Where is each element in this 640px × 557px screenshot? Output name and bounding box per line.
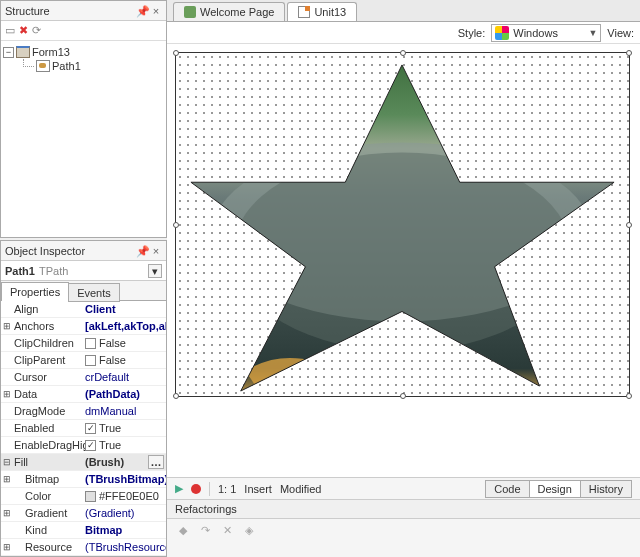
- collapse-icon[interactable]: −: [3, 47, 14, 58]
- inspector-title: Object Inspector: [5, 245, 85, 257]
- view-label: View:: [607, 27, 634, 39]
- style-bar: Style: Windows ▼ View:: [167, 22, 640, 44]
- checkbox-icon[interactable]: [85, 355, 96, 366]
- tool-icon[interactable]: ▭: [5, 24, 15, 37]
- prop-row-enabled[interactable]: Enabled✓True: [1, 420, 166, 437]
- status-area: ▶ 1: 1 Insert Modified Code Design Histo…: [167, 477, 640, 557]
- resize-handle[interactable]: [400, 50, 406, 56]
- form-icon: [16, 46, 30, 58]
- tab-design[interactable]: Design: [529, 480, 581, 498]
- tab-welcome[interactable]: Welcome Page: [173, 2, 285, 21]
- resize-handle[interactable]: [173, 222, 179, 228]
- document-tabs: Welcome Page Unit13: [167, 0, 640, 22]
- dropdown-icon[interactable]: ▾: [148, 264, 162, 278]
- resize-handle[interactable]: [626, 222, 632, 228]
- resize-handle[interactable]: [400, 393, 406, 399]
- prop-row-enabledraghigh[interactable]: EnableDragHigh✓True: [1, 437, 166, 454]
- prop-row-gradient[interactable]: ⊞Gradient(Gradient): [1, 505, 166, 522]
- code-status-bar: ▶ 1: 1 Insert Modified Code Design Histo…: [167, 478, 640, 500]
- chevron-down-icon: ▼: [588, 28, 597, 38]
- prop-row-clipchildren[interactable]: ClipChildrenFalse: [1, 335, 166, 352]
- insert-mode: Insert: [244, 483, 272, 495]
- resize-handle[interactable]: [173, 50, 179, 56]
- pin-icon[interactable]: 📌: [136, 5, 148, 17]
- structure-header: Structure 📌 ×: [1, 1, 166, 21]
- prop-row-cursor[interactable]: CursorcrDefault: [1, 369, 166, 386]
- style-select[interactable]: Windows ▼: [491, 24, 601, 42]
- tool-icon[interactable]: ◆: [175, 522, 191, 538]
- collapse-icon[interactable]: ⊟: [1, 457, 13, 467]
- checkbox-icon[interactable]: ✓: [85, 440, 96, 451]
- unit-icon: [298, 6, 310, 18]
- play-icon[interactable]: ▶: [175, 482, 183, 495]
- modified-flag: Modified: [280, 483, 322, 495]
- object-inspector-panel: Object Inspector 📌 × Path1 TPath ▾ Prope…: [0, 240, 167, 557]
- path-icon: [36, 60, 50, 72]
- prop-row-fill[interactable]: ⊟Fill(Brush)…: [1, 454, 166, 471]
- refactorings-header: Refactorings: [167, 500, 640, 519]
- tool-icon[interactable]: ◈: [241, 522, 257, 538]
- tool-icon[interactable]: ✖: [19, 24, 28, 37]
- prop-row-align[interactable]: AlignClient: [1, 301, 166, 318]
- tree-label: Form13: [32, 46, 70, 58]
- structure-toolbar: ▭ ✖ ⟳: [1, 21, 166, 41]
- home-icon: [184, 6, 196, 18]
- tree-node-form[interactable]: − Form13: [3, 45, 164, 59]
- tab-events[interactable]: Events: [68, 283, 120, 302]
- prop-row-bitmap[interactable]: ⊞Bitmap(TBrushBitmap): [1, 471, 166, 488]
- structure-panel: Structure 📌 × ▭ ✖ ⟳ − Form13 Path1: [0, 0, 167, 238]
- structure-title: Structure: [5, 5, 50, 17]
- color-swatch[interactable]: [85, 491, 96, 502]
- close-icon[interactable]: ×: [150, 245, 162, 257]
- tree-node-path[interactable]: Path1: [3, 59, 164, 73]
- resize-handle[interactable]: [626, 50, 632, 56]
- property-grid: AlignClient ⊞Anchors[akLeft,akTop,akRig …: [1, 301, 166, 556]
- tab-unit[interactable]: Unit13: [287, 2, 357, 21]
- tree-label: Path1: [52, 60, 81, 72]
- prop-row-color[interactable]: Color#FFE0E0E0: [1, 488, 166, 505]
- inspector-tabs: Properties Events: [1, 281, 166, 301]
- record-icon[interactable]: [191, 484, 201, 494]
- view-tabs: Code Design History: [486, 480, 632, 498]
- selected-name: Path1: [5, 265, 35, 277]
- prop-row-kind[interactable]: KindBitmap: [1, 522, 166, 539]
- form-designer[interactable]: [167, 44, 640, 477]
- prop-row-resource[interactable]: ⊞Resource(TBrushResource): [1, 539, 166, 556]
- tool-icon[interactable]: ✕: [219, 522, 235, 538]
- inspector-selector[interactable]: Path1 TPath ▾: [1, 261, 166, 281]
- tool-icon[interactable]: ⟳: [32, 24, 41, 37]
- prop-row-dragmode[interactable]: DragModedmManual: [1, 403, 166, 420]
- selected-type: TPath: [39, 265, 68, 277]
- design-canvas[interactable]: [175, 52, 630, 397]
- ellipsis-button[interactable]: …: [148, 455, 164, 469]
- style-label: Style:: [458, 27, 486, 39]
- refactorings-toolbar: ◆ ↷ ✕ ◈: [167, 519, 640, 541]
- expand-icon[interactable]: ⊞: [1, 474, 13, 484]
- prop-row-data[interactable]: ⊞Data(PathData): [1, 386, 166, 403]
- pin-icon[interactable]: 📌: [136, 245, 148, 257]
- prop-row-anchors[interactable]: ⊞Anchors[akLeft,akTop,akRig: [1, 318, 166, 335]
- tool-icon[interactable]: ↷: [197, 522, 213, 538]
- inspector-header: Object Inspector 📌 ×: [1, 241, 166, 261]
- structure-tree: − Form13 Path1: [1, 41, 166, 237]
- expand-icon[interactable]: ⊞: [1, 542, 13, 552]
- tab-code[interactable]: Code: [485, 480, 529, 498]
- tab-properties[interactable]: Properties: [1, 282, 69, 301]
- close-icon[interactable]: ×: [150, 5, 162, 17]
- expand-icon[interactable]: ⊞: [1, 389, 13, 399]
- checkbox-icon[interactable]: [85, 338, 96, 349]
- checkbox-icon[interactable]: ✓: [85, 423, 96, 434]
- windows-icon: [495, 26, 509, 40]
- resize-handle[interactable]: [173, 393, 179, 399]
- prop-row-clipparent[interactable]: ClipParentFalse: [1, 352, 166, 369]
- path-star[interactable]: [176, 53, 629, 396]
- resize-handle[interactable]: [626, 393, 632, 399]
- expand-icon[interactable]: ⊞: [1, 508, 13, 518]
- expand-icon[interactable]: ⊞: [1, 321, 13, 331]
- cursor-pos: 1: 1: [218, 483, 236, 495]
- tab-history[interactable]: History: [580, 480, 632, 498]
